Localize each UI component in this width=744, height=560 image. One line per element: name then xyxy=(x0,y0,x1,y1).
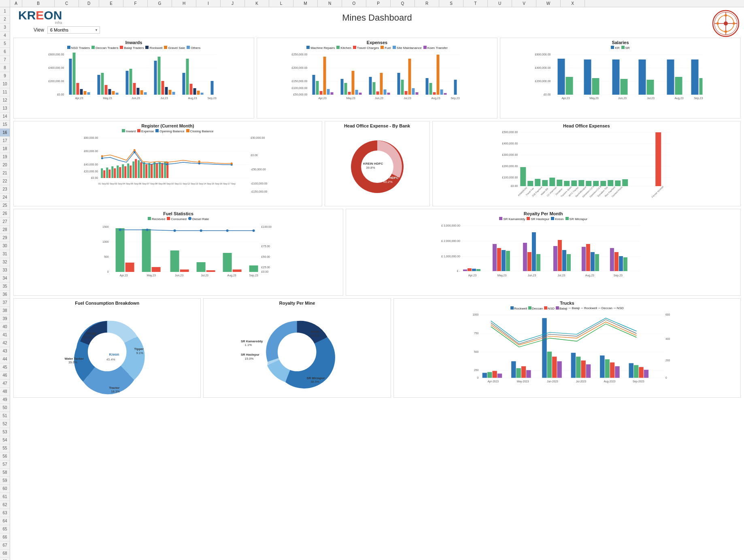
row-28[interactable]: 28 xyxy=(0,226,10,234)
row-15[interactable]: 15 xyxy=(0,121,10,129)
col-H[interactable]: H xyxy=(172,0,196,7)
col-B[interactable]: B xyxy=(22,0,55,7)
col-S[interactable]: S xyxy=(439,0,463,7)
svg-rect-76 xyxy=(369,77,372,95)
row-14[interactable]: 14 xyxy=(0,112,10,121)
row-7[interactable]: 7 xyxy=(0,56,10,64)
view-dropdown[interactable]: 6 Months 3 Months 12 Months xyxy=(47,26,100,34)
row-10[interactable]: 10 xyxy=(0,80,10,88)
row-38[interactable]: 38 xyxy=(0,307,10,315)
row-68[interactable]: 68 xyxy=(0,549,10,558)
row-22[interactable]: 22 xyxy=(0,177,10,185)
row-20[interactable]: 20 xyxy=(0,161,10,169)
row-65[interactable]: 65 xyxy=(0,525,10,533)
col-E[interactable]: E xyxy=(99,0,123,7)
col-R[interactable]: R xyxy=(415,0,439,7)
row-24[interactable]: 24 xyxy=(0,193,10,202)
row-41[interactable]: 41 xyxy=(0,331,10,339)
row-53[interactable]: 53 xyxy=(0,428,10,436)
col-O[interactable]: O xyxy=(342,0,366,7)
row-62[interactable]: 62 xyxy=(0,501,10,509)
row-43[interactable]: 43 xyxy=(0,347,10,355)
row-42[interactable]: 42 xyxy=(0,339,10,347)
row-2[interactable]: 2 xyxy=(0,15,10,23)
row-60[interactable]: 60 xyxy=(0,485,10,493)
view-dropdown-wrapper[interactable]: 6 Months 3 Months 12 Months xyxy=(47,26,100,34)
row-12[interactable]: 12 xyxy=(0,96,10,104)
row-52[interactable]: 52 xyxy=(0,420,10,428)
row-9[interactable]: 9 xyxy=(0,72,10,80)
row-66[interactable]: 66 xyxy=(0,533,10,541)
row-35[interactable]: 35 xyxy=(0,282,10,291)
col-U[interactable]: U xyxy=(488,0,512,7)
row-57[interactable]: 57 xyxy=(0,460,10,469)
row-47[interactable]: 47 xyxy=(0,380,10,388)
row-17[interactable]: 17 xyxy=(0,137,10,145)
col-Q[interactable]: Q xyxy=(391,0,415,7)
row-27[interactable]: 27 xyxy=(0,218,10,226)
col-V[interactable]: V xyxy=(512,0,536,7)
col-T[interactable]: T xyxy=(463,0,488,7)
row-11[interactable]: 11 xyxy=(0,88,10,96)
row-49[interactable]: 49 xyxy=(0,396,10,404)
col-L[interactable]: L xyxy=(269,0,293,7)
row-25[interactable]: 25 xyxy=(0,202,10,210)
row-61[interactable]: 61 xyxy=(0,493,10,501)
row-44[interactable]: 44 xyxy=(0,355,10,363)
svg-text:0: 0 xyxy=(107,270,109,273)
col-N[interactable]: N xyxy=(318,0,342,7)
row-58[interactable]: 58 xyxy=(0,469,10,477)
col-F[interactable]: F xyxy=(123,0,148,7)
col-W[interactable]: W xyxy=(536,0,561,7)
row-46[interactable]: 46 xyxy=(0,371,10,380)
row-67[interactable]: 67 xyxy=(0,541,10,549)
col-K[interactable]: K xyxy=(245,0,269,7)
row-64[interactable]: 64 xyxy=(0,517,10,525)
row-1[interactable]: 1 xyxy=(0,7,10,15)
col-G[interactable]: G xyxy=(148,0,172,7)
row-45[interactable]: 45 xyxy=(0,363,10,371)
row-50[interactable]: 50 xyxy=(0,404,10,412)
trucks-chart: Trucks Rockwell Deccan NSD Balaji ─ Bala… xyxy=(393,298,741,398)
col-C[interactable]: C xyxy=(55,0,79,7)
row-55[interactable]: 55 xyxy=(0,444,10,452)
row-6[interactable]: 6 xyxy=(0,48,10,56)
row-5[interactable]: 5 xyxy=(0,40,10,48)
row-33[interactable]: 33 xyxy=(0,266,10,274)
row-59[interactable]: 59 xyxy=(0,477,10,485)
row-18[interactable]: 18 xyxy=(0,145,10,153)
col-X[interactable]: X xyxy=(561,0,585,7)
row-31[interactable]: 31 xyxy=(0,250,10,258)
row-3[interactable]: 3 xyxy=(0,23,10,32)
row-54[interactable]: 54 xyxy=(0,436,10,444)
row-51[interactable]: 51 xyxy=(0,412,10,420)
svg-rect-297 xyxy=(532,232,536,271)
row-48[interactable]: 48 xyxy=(0,388,10,396)
row-23[interactable]: 23 xyxy=(0,185,10,193)
col-I[interactable]: I xyxy=(196,0,221,7)
col-D[interactable]: D xyxy=(79,0,99,7)
row-34[interactable]: 34 xyxy=(0,274,10,282)
row-29[interactable]: 29 xyxy=(0,234,10,242)
row-37[interactable]: 37 xyxy=(0,299,10,307)
col-M[interactable]: M xyxy=(293,0,318,7)
row-69[interactable]: 69 xyxy=(0,558,10,560)
row-40[interactable]: 40 xyxy=(0,323,10,331)
row-39[interactable]: 39 xyxy=(0,315,10,323)
row-4[interactable]: 4 xyxy=(0,32,10,40)
row-56[interactable]: 56 xyxy=(0,452,10,460)
row-8[interactable]: 8 xyxy=(0,64,10,72)
col-P[interactable]: P xyxy=(366,0,391,7)
row-13[interactable]: 13 xyxy=(0,104,10,112)
row-21[interactable]: 21 xyxy=(0,169,10,177)
col-A[interactable]: A xyxy=(10,0,22,7)
row-30[interactable]: 30 xyxy=(0,242,10,250)
row-19[interactable]: 19 xyxy=(0,153,10,161)
svg-rect-142 xyxy=(103,170,105,178)
row-16[interactable]: 16 xyxy=(0,129,10,137)
row-63[interactable]: 63 xyxy=(0,509,10,517)
col-J[interactable]: J xyxy=(221,0,245,7)
row-26[interactable]: 26 xyxy=(0,210,10,218)
row-32[interactable]: 32 xyxy=(0,258,10,266)
row-36[interactable]: 36 xyxy=(0,291,10,299)
